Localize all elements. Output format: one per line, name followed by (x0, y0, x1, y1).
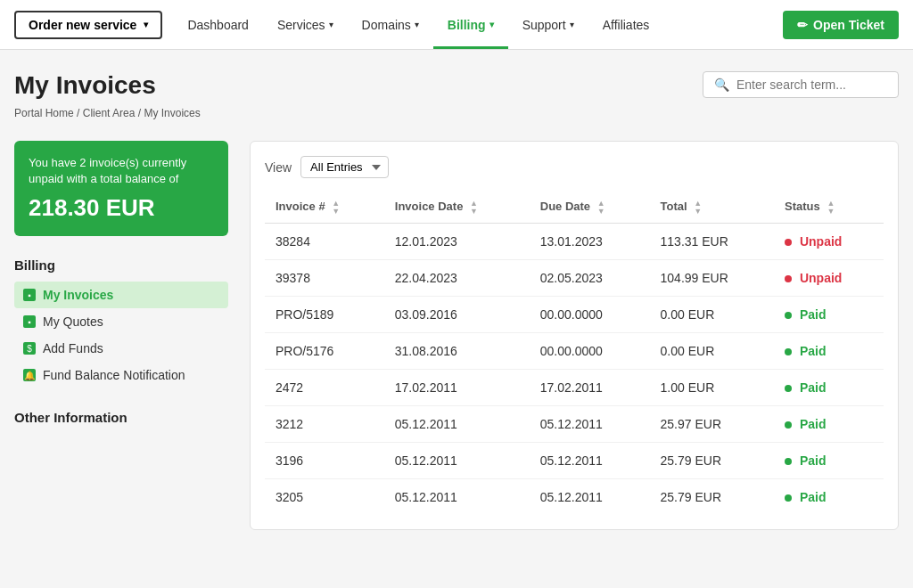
nav-billing[interactable]: Billing ▾ (433, 0, 508, 49)
breadcrumb-client-area[interactable]: Client Area (83, 107, 136, 119)
status-dot-icon (785, 348, 792, 355)
cell-invoice-date: 17.02.2011 (384, 370, 530, 406)
table-row[interactable]: PRO/5176 31.08.2016 00.00.0000 0.00 EUR … (265, 333, 884, 370)
col-invoice-date[interactable]: Invoice Date ▲▼ (384, 192, 530, 224)
cell-status: Paid (774, 443, 884, 479)
cell-due-date: 17.02.2011 (530, 370, 650, 406)
support-chevron-icon: ▾ (570, 20, 574, 29)
table-row[interactable]: 3212 05.12.2011 05.12.2011 25.97 EUR Pai… (265, 406, 884, 443)
sort-arrows-status: ▲▼ (827, 200, 835, 216)
view-select[interactable]: All Entries Unpaid Paid (300, 156, 389, 178)
nav-affiliates[interactable]: Affiliates (588, 0, 664, 49)
cell-due-date: 13.01.2023 (530, 224, 650, 260)
invoices-tbody: 38284 12.01.2023 13.01.2023 113.31 EUR U… (265, 224, 884, 516)
cell-total: 1.00 EUR (650, 370, 775, 406)
view-row: View All Entries Unpaid Paid (265, 156, 884, 178)
cell-invoice-num: 2472 (265, 370, 384, 406)
sidebar-menu: ▪ My Invoices ▪ My Quotes $ Add Funds 🔔 … (14, 282, 228, 388)
cell-status: Paid (774, 406, 884, 443)
nav-services[interactable]: Services ▾ (263, 0, 348, 49)
cell-due-date: 05.12.2011 (530, 479, 650, 516)
search-box[interactable]: 🔍 (703, 71, 899, 98)
nav-dashboard[interactable]: Dashboard (173, 0, 263, 49)
search-icon: 🔍 (714, 78, 729, 92)
cell-status: Paid (774, 370, 884, 406)
table-row[interactable]: 3196 05.12.2011 05.12.2011 25.79 EUR Pai… (265, 443, 884, 479)
page-header: My Invoices 🔍 (14, 71, 899, 100)
page-title: My Invoices (14, 71, 156, 100)
cell-total: 0.00 EUR (650, 333, 775, 370)
billing-section-title: Billing (14, 257, 228, 273)
cell-due-date: 05.12.2011 (530, 406, 650, 443)
status-dot-icon (785, 421, 792, 429)
status-dot-icon (785, 239, 792, 246)
other-information-title: Other Information (14, 410, 228, 425)
nav-domains[interactable]: Domains ▾ (348, 0, 433, 49)
cell-total: 113.31 EUR (650, 224, 775, 260)
status-badge: Unpaid (800, 271, 842, 285)
open-ticket-button[interactable]: ✏ Open Ticket (783, 11, 899, 39)
cell-invoice-num: PRO/5189 (265, 297, 384, 333)
content-wrapper: My Invoices 🔍 Portal Home / Client Area … (0, 50, 913, 551)
cell-total: 104.99 EUR (650, 260, 775, 297)
nav-support[interactable]: Support ▾ (508, 0, 588, 49)
cell-total: 25.79 EUR (650, 479, 775, 516)
table-row[interactable]: 2472 17.02.2011 17.02.2011 1.00 EUR Paid (265, 370, 884, 406)
cell-invoice-num: 3196 (265, 443, 384, 479)
breadcrumb-current: My Invoices (144, 107, 200, 119)
sidebar-item-add-funds[interactable]: $ Add Funds (14, 335, 228, 362)
col-status[interactable]: Status ▲▼ (774, 192, 884, 224)
view-label: View (265, 160, 292, 175)
table-row[interactable]: 38284 12.01.2023 13.01.2023 113.31 EUR U… (265, 224, 884, 260)
table-row[interactable]: PRO/5189 03.09.2016 00.00.0000 0.00 EUR … (265, 297, 884, 333)
cell-total: 0.00 EUR (650, 297, 775, 333)
cell-invoice-date: 12.01.2023 (384, 224, 530, 260)
order-btn-label: Order new service (29, 18, 136, 32)
balance-text: You have 2 invoice(s) currently unpaid w… (29, 155, 214, 187)
sort-arrows-due-date: ▲▼ (597, 200, 605, 216)
status-badge: Paid (800, 307, 827, 322)
status-dot-icon (785, 458, 792, 465)
breadcrumb-portal-home[interactable]: Portal Home (14, 107, 74, 119)
cell-invoice-date: 05.12.2011 (384, 479, 530, 516)
cell-invoice-date: 22.04.2023 (384, 260, 530, 297)
col-due-date[interactable]: Due Date ▲▼ (530, 192, 650, 224)
search-input[interactable] (736, 78, 887, 92)
notification-icon: 🔔 (23, 369, 36, 381)
table-row[interactable]: 3205 05.12.2011 05.12.2011 25.79 EUR Pai… (265, 479, 884, 516)
order-new-service-button[interactable]: Order new service ▾ (14, 11, 162, 39)
sort-arrows-invoice-date: ▲▼ (470, 200, 478, 216)
cell-due-date: 02.05.2023 (530, 260, 650, 297)
cell-invoice-num: 3205 (265, 479, 384, 516)
status-badge: Paid (800, 490, 827, 504)
cell-total: 25.79 EUR (650, 443, 775, 479)
status-badge: Paid (800, 380, 827, 395)
sort-arrows-total: ▲▼ (694, 200, 702, 216)
status-dot-icon (785, 275, 792, 282)
table-row[interactable]: 39378 22.04.2023 02.05.2023 104.99 EUR U… (265, 260, 884, 297)
status-badge: Paid (800, 417, 827, 431)
quotes-icon: ▪ (23, 315, 36, 328)
table-area: View All Entries Unpaid Paid Invoice # ▲… (250, 141, 899, 530)
col-total[interactable]: Total ▲▼ (650, 192, 775, 224)
pencil-icon: ✏ (797, 18, 808, 32)
cell-invoice-date: 05.12.2011 (384, 406, 530, 443)
cell-invoice-num: PRO/5176 (265, 333, 384, 370)
cell-invoice-date: 31.08.2016 (384, 333, 530, 370)
sidebar-item-fund-balance[interactable]: 🔔 Fund Balance Notification (14, 362, 228, 388)
cell-status: Unpaid (774, 260, 884, 297)
cell-status: Unpaid (774, 224, 884, 260)
navbar: Order new service ▾ Dashboard Services ▾… (0, 0, 913, 50)
order-btn-chevron-icon: ▾ (144, 20, 148, 29)
cell-status: Paid (774, 333, 884, 370)
table-header: Invoice # ▲▼ Invoice Date ▲▼ Due Date ▲▼ (265, 192, 884, 224)
sidebar: You have 2 invoice(s) currently unpaid w… (14, 141, 228, 425)
balance-amount: 218.30 EUR (29, 194, 214, 222)
sidebar-item-my-quotes[interactable]: ▪ My Quotes (14, 308, 228, 335)
col-invoice-num[interactable]: Invoice # ▲▼ (265, 192, 384, 224)
services-chevron-icon: ▾ (329, 20, 333, 29)
cell-status: Paid (774, 297, 884, 333)
sidebar-item-my-invoices[interactable]: ▪ My Invoices (14, 282, 228, 308)
invoices-table: Invoice # ▲▼ Invoice Date ▲▼ Due Date ▲▼ (265, 192, 884, 515)
status-dot-icon (785, 312, 792, 319)
